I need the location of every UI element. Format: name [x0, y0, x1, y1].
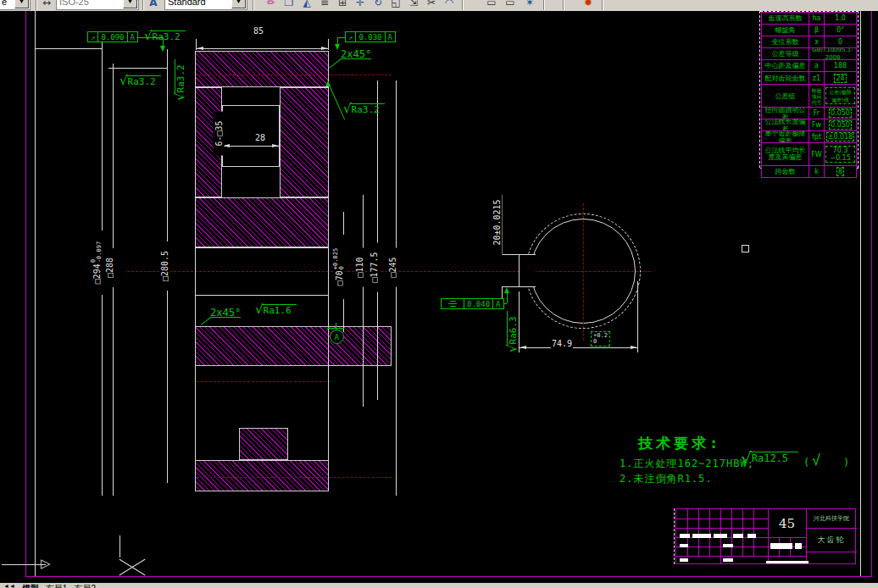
dim-holes-6x35: 6-□35	[214, 112, 225, 156]
param-label: 中心距及偏差	[762, 60, 809, 71]
datum-flag: A	[330, 330, 344, 344]
param-label: 公法线长度偏差	[762, 119, 809, 130]
paren-open: (	[803, 457, 809, 469]
chevron-down-icon[interactable]: ▼	[123, 0, 137, 8]
tab-layout2[interactable]: 布局2	[74, 583, 96, 588]
param-value: 0.050	[824, 119, 856, 130]
chevron-down-icon[interactable]: ▼	[231, 0, 246, 8]
leader-line	[329, 58, 342, 69]
extension-line	[637, 281, 638, 352]
dim-dia177-5: □177.5	[369, 243, 380, 292]
erase-icon[interactable]: ✏	[263, 0, 280, 10]
ucs-arrow-icon: ▷	[41, 556, 51, 571]
tab-layout1[interactable]: 布局1	[46, 583, 68, 588]
param-label: 径向圆跳动公差	[762, 108, 809, 119]
title-block-dashed-edge	[674, 508, 675, 564]
dim-style-combo[interactable]: ISO-25 ▼	[56, 0, 139, 10]
param-label: 单个齿距极限偏差	[762, 131, 809, 142]
dim-74-9: 74.9	[551, 339, 573, 348]
keyway-line	[519, 254, 520, 287]
param-symbol: Fw	[809, 119, 824, 130]
stretch-icon[interactable]: ⇲	[405, 0, 422, 10]
redacted-text-bar	[766, 561, 809, 563]
datum-stem	[336, 323, 336, 328]
rotate-icon[interactable]: ↻	[370, 0, 386, 10]
fillet-icon[interactable]: ◠	[441, 0, 458, 10]
keyway-mask	[520, 254, 536, 286]
star-icon[interactable]: ✶	[521, 0, 538, 10]
param-label: 齿顶高系数	[762, 13, 809, 24]
dim-text: □288	[105, 258, 114, 278]
leader-arrow-icon	[160, 46, 165, 52]
layer-combo[interactable]: e ▼	[0, 0, 31, 10]
roughness-mark-rotated: √ Ra3.2	[175, 47, 186, 101]
chevron-down-icon[interactable]: ▼	[14, 0, 29, 8]
leader-arrow-icon	[335, 44, 340, 50]
grid-line	[742, 509, 743, 556]
trim-icon[interactable]: ✂	[423, 0, 440, 10]
roughness-mark: √ Ra1.6	[255, 304, 297, 316]
text-style-combo[interactable]: Standard ▼	[164, 0, 247, 10]
param-symbol: fpt	[809, 131, 824, 142]
status-bar: ◄◄ 模型 布局1 布局2	[0, 583, 878, 588]
tolerance-value: 0.090	[97, 32, 126, 42]
tolerance-value: 0.040	[464, 299, 492, 308]
grid-line	[731, 509, 732, 556]
param-symbol: x	[809, 36, 824, 47]
table-row: 公差等级 GB/T10095.1-2008	[762, 47, 856, 59]
dim-dia280-5: □280.5	[158, 241, 170, 291]
sheet-border-right	[860, 11, 861, 576]
array-icon[interactable]: ⊞	[334, 0, 351, 10]
tab-model[interactable]: 模型	[22, 583, 39, 588]
text-style-icon[interactable]: A	[145, 0, 162, 10]
dim-width-85: 85	[253, 26, 264, 36]
tech-req-item: 1.正火处理162~217HBW;	[620, 457, 754, 471]
layer-combo-value: e	[2, 0, 7, 7]
move-icon[interactable]: ✛	[352, 0, 369, 10]
dim-line	[196, 48, 329, 49]
rectangle-icon[interactable]: ▭	[502, 0, 519, 10]
gear-outline	[195, 295, 329, 296]
dim-line	[502, 286, 503, 298]
grip-marker[interactable]	[742, 245, 749, 252]
title-block: 45 河北科技学院 大齿轮	[675, 508, 856, 564]
arrowhead-icon	[272, 144, 279, 147]
hatch-region	[239, 428, 288, 460]
roughness-mark: √ Ra3.2	[119, 75, 161, 87]
grid-line	[753, 509, 754, 556]
gear-outline	[195, 247, 329, 248]
rectangle-icon[interactable]: ▭	[483, 0, 500, 10]
runout-tolerance-frame: ↗ 0.090 A	[87, 31, 138, 42]
grid-line	[687, 509, 688, 556]
redacted-text-bar	[747, 534, 756, 538]
param-label: 跨齿数	[762, 166, 809, 177]
table-row: 螺旋角 β 0°	[762, 24, 856, 36]
dim-text: □245	[388, 257, 397, 277]
datum-ref: A	[127, 32, 137, 42]
dim-style-icon[interactable]: ↔	[38, 0, 55, 10]
roughness-mark-rotated: √ Ra6.3	[507, 302, 519, 352]
roughness-value: Ra3.2	[151, 31, 186, 42]
param-label: 公法线平均长度及其偏差	[762, 143, 809, 165]
param-label: 公差组	[762, 85, 809, 107]
explode-icon[interactable]: ✹	[580, 0, 597, 10]
dim-line	[36, 48, 102, 49]
organization-label: 河北科技学院	[806, 509, 857, 528]
table-border	[858, 11, 859, 168]
param-value: 70.3 −0.15	[824, 143, 856, 165]
offset-icon[interactable]: ≡	[316, 0, 333, 10]
chamfer-note-bottom: 2x45°	[210, 307, 241, 319]
material-label: 45	[768, 509, 806, 537]
datum-bar	[327, 328, 344, 329]
extension-line	[396, 80, 397, 496]
param-value: ±0.018	[824, 131, 856, 142]
scale-icon[interactable]: ◱	[387, 0, 404, 10]
grid-line	[698, 509, 699, 556]
tol-lower: 0	[593, 339, 608, 345]
tab-nav-icon[interactable]: ◄◄	[3, 583, 15, 588]
table-row: 径向圆跳动公差 Fr 0.050	[762, 107, 856, 119]
mirror-icon[interactable]: ◭	[298, 0, 315, 10]
copy-icon[interactable]: ❐	[281, 0, 297, 10]
hatch-region	[195, 460, 329, 491]
roughness-value: Ra3.2	[126, 75, 161, 87]
